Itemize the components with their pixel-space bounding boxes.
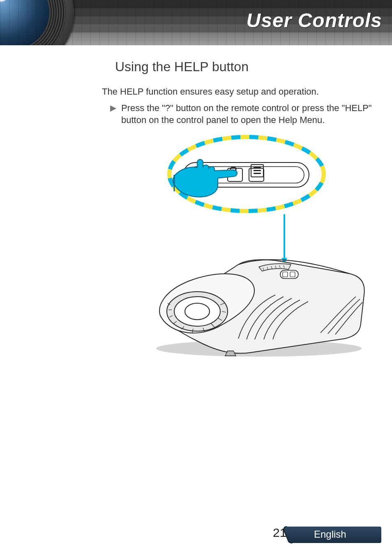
bullet-item: ▶ Press the "?" button on the remote con… xyxy=(110,102,380,126)
svg-rect-27 xyxy=(290,272,295,277)
page-language: English xyxy=(314,529,346,540)
page-header: User Controls xyxy=(0,0,392,45)
section-heading: Using the HELP button xyxy=(115,59,380,74)
help-button-figure: ? xyxy=(140,139,386,353)
lens-decor xyxy=(0,0,74,45)
projector-illustration xyxy=(136,229,374,361)
bullet-glyph-icon: ▶ xyxy=(110,104,116,112)
page-content: Using the HELP button The HELP function … xyxy=(0,45,392,353)
page-footer: 21 English xyxy=(274,525,381,544)
header-title: User Controls xyxy=(247,9,382,32)
bullet-text: Press the "?" button on the remote contr… xyxy=(121,102,380,126)
pointing-hand-icon xyxy=(173,151,242,200)
svg-rect-26 xyxy=(283,272,288,277)
page-number: 21 xyxy=(273,526,286,540)
intro-text: The HELP function ensures easy setup and… xyxy=(102,86,380,98)
svg-point-12 xyxy=(174,297,220,326)
menu-list-icon xyxy=(251,164,264,177)
